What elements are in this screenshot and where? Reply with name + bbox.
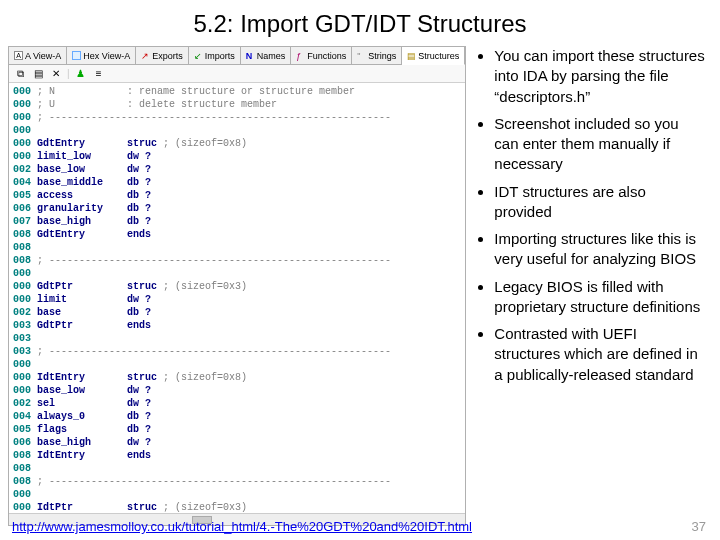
- code-line: 005 access db ?: [13, 189, 461, 202]
- footer-link[interactable]: http://www.jamesmolloy.co.uk/tutorial_ht…: [12, 519, 472, 534]
- tab-label: Hex View-A: [83, 51, 130, 61]
- code-line: 000: [13, 124, 461, 137]
- bullet-list: You can import these structures into IDA…: [474, 46, 712, 526]
- names-icon: N: [246, 51, 255, 60]
- hex-icon: [72, 51, 81, 60]
- bars-icon[interactable]: ≡: [92, 67, 106, 81]
- toolbar-divider: |: [67, 68, 70, 79]
- code-line: 005 flags db ?: [13, 423, 461, 436]
- bullet-item: You can import these structures into IDA…: [494, 46, 706, 107]
- tab-label: Imports: [205, 51, 235, 61]
- code-line: 000 IdtEntry struc ; (sizeof=0x8): [13, 371, 461, 384]
- tab-imports[interactable]: ↙ Imports: [189, 47, 241, 64]
- code-line: 006 granularity db ?: [13, 202, 461, 215]
- content-row: A A View-A Hex View-A ↗ Exports ↙ Import…: [0, 46, 720, 526]
- bullet-item: Legacy BIOS is filled with proprietary s…: [494, 277, 706, 318]
- tab-label: Exports: [152, 51, 183, 61]
- code-line: 000 ; N : rename structure or structure …: [13, 85, 461, 98]
- tab-label: A View-A: [25, 51, 61, 61]
- letter-a-icon: A: [14, 51, 23, 60]
- functions-icon: ƒ: [296, 51, 305, 60]
- page-title: 5.2: Import GDT/IDT Structures: [0, 0, 720, 46]
- bullet-item: IDT structures are also provided: [494, 182, 706, 223]
- code-line: 004 base_middle db ?: [13, 176, 461, 189]
- code-line: 000 IdtPtr struc ; (sizeof=0x3): [13, 501, 461, 513]
- code-line: 000 limit dw ?: [13, 293, 461, 306]
- code-line: 006 base_high dw ?: [13, 436, 461, 449]
- code-line: 008: [13, 241, 461, 254]
- code-line: 000: [13, 488, 461, 501]
- tab-hex-view[interactable]: Hex View-A: [67, 47, 136, 64]
- person-icon[interactable]: ♟: [74, 67, 88, 81]
- code-line: 008 GdtEntry ends: [13, 228, 461, 241]
- code-line: 003 GdtPtr ends: [13, 319, 461, 332]
- code-line: 000: [13, 358, 461, 371]
- toolbar: ⧉ ▤ ✕ | ♟ ≡: [9, 65, 465, 83]
- code-line: 002 sel dw ?: [13, 397, 461, 410]
- list-icon[interactable]: ▤: [31, 67, 45, 81]
- tab-label: Strings: [368, 51, 396, 61]
- code-line: 008 ; ----------------------------------…: [13, 254, 461, 267]
- bullet-item: Importing structures like this is very u…: [494, 229, 706, 270]
- code-line: 000 ; ----------------------------------…: [13, 111, 461, 124]
- tab-names[interactable]: N Names: [241, 47, 292, 64]
- tab-label: Functions: [307, 51, 346, 61]
- code-line: 008: [13, 462, 461, 475]
- bullet-item: Screenshot included so you can enter the…: [494, 114, 706, 175]
- tab-exports[interactable]: ↗ Exports: [136, 47, 189, 64]
- page-number: 37: [692, 519, 706, 534]
- code-line: 008 ; ----------------------------------…: [13, 475, 461, 488]
- bullet-item: Contrasted with UEFI structures which ar…: [494, 324, 706, 385]
- tab-label: Structures: [418, 51, 459, 61]
- code-line: 002 base db ?: [13, 306, 461, 319]
- code-line: 003: [13, 332, 461, 345]
- copy-icon[interactable]: ⧉: [13, 67, 27, 81]
- strings-icon: ": [357, 51, 366, 60]
- tab-label: Names: [257, 51, 286, 61]
- code-listing: 000 ; N : rename structure or structure …: [9, 83, 465, 513]
- tab-functions[interactable]: ƒ Functions: [291, 47, 352, 64]
- code-line: 008 IdtEntry ends: [13, 449, 461, 462]
- code-line: 003 ; ----------------------------------…: [13, 345, 461, 358]
- code-line: 000 GdtEntry struc ; (sizeof=0x8): [13, 137, 461, 150]
- tab-strings[interactable]: " Strings: [352, 47, 402, 64]
- ida-panel: A A View-A Hex View-A ↗ Exports ↙ Import…: [8, 46, 466, 526]
- structures-icon: ▤: [407, 51, 416, 60]
- code-line: 000 GdtPtr struc ; (sizeof=0x3): [13, 280, 461, 293]
- tab-view-a[interactable]: A A View-A: [9, 47, 67, 64]
- code-line: 007 base_high db ?: [13, 215, 461, 228]
- code-line: 000 limit_low dw ?: [13, 150, 461, 163]
- close-icon[interactable]: ✕: [49, 67, 63, 81]
- code-line: 002 base_low dw ?: [13, 163, 461, 176]
- code-line: 004 always_0 db ?: [13, 410, 461, 423]
- tab-structures[interactable]: ▤ Structures: [402, 47, 465, 65]
- exports-icon: ↗: [141, 51, 150, 60]
- code-line: 000 base_low dw ?: [13, 384, 461, 397]
- tab-bar: A A View-A Hex View-A ↗ Exports ↙ Import…: [9, 47, 465, 65]
- code-line: 000 ; U : delete structure member: [13, 98, 461, 111]
- imports-icon: ↙: [194, 51, 203, 60]
- code-line: 000: [13, 267, 461, 280]
